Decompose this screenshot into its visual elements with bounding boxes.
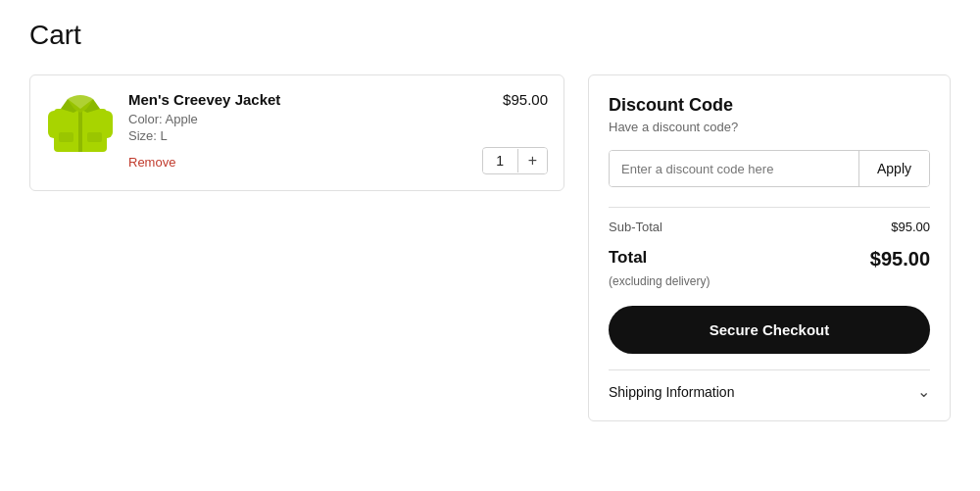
total-label: Total — [609, 248, 647, 268]
page-title: Cart — [29, 20, 951, 51]
divider — [609, 207, 930, 208]
quantity-plus-button[interactable]: + — [518, 148, 547, 173]
shipping-info-row[interactable]: Shipping Information ⌄ — [609, 369, 930, 401]
cart-item-card: Men's Creevey Jacket Color: Apple Size: … — [29, 74, 564, 191]
quantity-control: 1 + — [482, 147, 548, 174]
shipping-info-label: Shipping Information — [609, 384, 734, 400]
svg-rect-6 — [59, 132, 74, 142]
item-color: Color: Apple — [128, 112, 468, 126]
order-summary: Discount Code Have a discount code? Appl… — [588, 74, 951, 421]
svg-rect-3 — [78, 109, 82, 152]
item-name: Men's Creevey Jacket — [128, 91, 468, 108]
item-right: $95.00 1 + — [482, 91, 548, 174]
discount-input[interactable] — [610, 151, 858, 186]
remove-item-link[interactable]: Remove — [128, 155, 175, 170]
apply-button[interactable]: Apply — [858, 151, 929, 186]
main-layout: Men's Creevey Jacket Color: Apple Size: … — [29, 74, 951, 421]
total-row: Total $95.00 — [609, 248, 930, 270]
discount-row: Apply — [609, 150, 930, 187]
svg-rect-7 — [87, 132, 102, 142]
item-price: $95.00 — [503, 91, 548, 108]
discount-subtitle: Have a discount code? — [609, 120, 930, 134]
total-value: $95.00 — [870, 248, 930, 270]
cart-items: Men's Creevey Jacket Color: Apple Size: … — [29, 74, 564, 191]
subtotal-label: Sub-Total — [609, 220, 662, 234]
delivery-note: (excluding delivery) — [609, 274, 930, 288]
quantity-value: 1 — [483, 149, 518, 172]
item-size: Size: L — [128, 128, 468, 143]
chevron-down-icon: ⌄ — [917, 382, 930, 401]
item-details: Men's Creevey Jacket Color: Apple Size: … — [128, 91, 468, 171]
subtotal-row: Sub-Total $95.00 — [609, 220, 930, 234]
item-image — [46, 91, 115, 160]
discount-title: Discount Code — [609, 95, 930, 116]
subtotal-value: $95.00 — [891, 220, 930, 234]
checkout-button[interactable]: Secure Checkout — [609, 306, 930, 354]
